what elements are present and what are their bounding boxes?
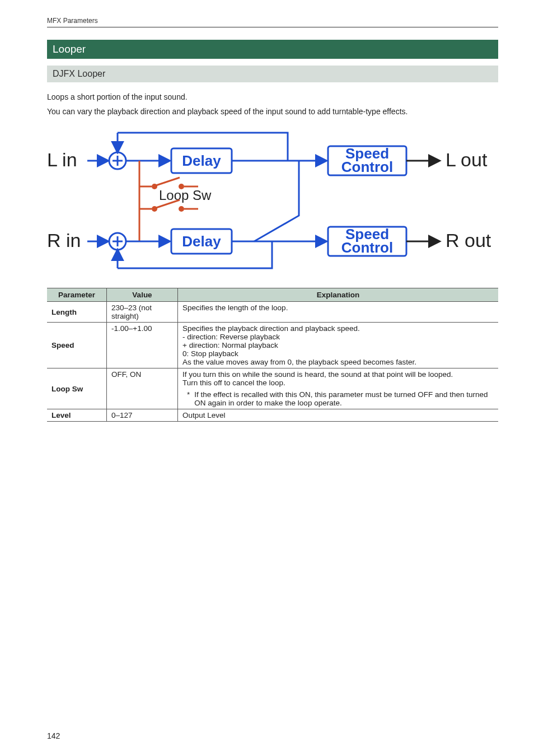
param-name-speed: Speed bbox=[47, 323, 107, 368]
speed-exp-line: - direction: Reverse playback bbox=[182, 333, 494, 341]
param-explanation-length: Specifies the length of the loop. bbox=[178, 302, 499, 323]
param-name-loopsw: Loop Sw bbox=[47, 368, 107, 409]
table-row: Level 0–127 Output Level bbox=[47, 409, 498, 422]
signal-flow-diagram: L in Delay Speed Control L out Loop Sw R… bbox=[47, 126, 498, 273]
param-value-length: 230–23 (not straight) bbox=[107, 302, 178, 323]
diagram-label-r-out: R out bbox=[446, 230, 491, 251]
table-row: Loop Sw OFF, ON If you turn this on whil… bbox=[47, 368, 498, 409]
param-value-level: 0–127 bbox=[107, 409, 178, 422]
page-number: 142 bbox=[47, 731, 60, 740]
param-name-level: Level bbox=[47, 409, 107, 422]
asterisk-icon: * bbox=[187, 390, 190, 407]
table-row: Length 230–23 (not straight) Specifies t… bbox=[47, 302, 498, 323]
diagram-label-l-in: L in bbox=[47, 149, 77, 170]
subsection-title-bar: DJFX Looper bbox=[47, 66, 498, 82]
param-value-loopsw: OFF, ON bbox=[107, 368, 178, 409]
diagram-label-r-in: R in bbox=[47, 230, 81, 251]
section-title-bar: Looper bbox=[47, 40, 498, 59]
speed-exp-line: 0: Stop playback bbox=[182, 349, 494, 358]
loopsw-exp-line: If you turn this on while the sound is h… bbox=[182, 370, 494, 379]
diagram-box-delay-r: Delay bbox=[182, 233, 221, 250]
diagram-label-l-out: L out bbox=[446, 149, 488, 170]
param-explanation-loopsw: If you turn this on while the sound is h… bbox=[178, 368, 499, 409]
svg-point-18 bbox=[179, 206, 184, 212]
diagram-label-loop-sw: Loop Sw bbox=[159, 188, 212, 203]
speed-exp-line: + direction: Normal playback bbox=[182, 341, 494, 349]
table-header-explanation: Explanation bbox=[178, 288, 499, 302]
table-header-value: Value bbox=[107, 288, 178, 302]
breadcrumb: MFX Parameters bbox=[47, 17, 498, 27]
diagram-box-speed-l-2: Control bbox=[341, 158, 393, 175]
svg-line-13 bbox=[156, 178, 180, 185]
param-name-length: Length bbox=[47, 302, 107, 323]
parameter-table: Parameter Value Explanation Length 230–2… bbox=[47, 288, 498, 422]
intro-paragraph-2: You can vary the playback direction and … bbox=[47, 107, 498, 116]
table-row: Speed -1.00–+1.00 Specifies the playback… bbox=[47, 323, 498, 368]
diagram-box-speed-r-2: Control bbox=[341, 239, 393, 256]
diagram-box-delay-l: Delay bbox=[182, 152, 221, 169]
loopsw-exp-line: Turn this off to cancel the loop. bbox=[182, 379, 494, 387]
intro-paragraph-1: Loops a short portion of the input sound… bbox=[47, 92, 498, 101]
param-explanation-speed: Specifies the playback direction and pla… bbox=[178, 323, 499, 368]
param-value-speed: -1.00–+1.00 bbox=[107, 323, 178, 368]
loopsw-note-text: If the effect is recalled with this ON, … bbox=[194, 390, 494, 407]
speed-exp-line: Specifies the playback direction and pla… bbox=[182, 324, 494, 333]
table-header-parameter: Parameter bbox=[47, 288, 107, 302]
loopsw-note: * If the effect is recalled with this ON… bbox=[182, 390, 494, 407]
speed-exp-line: As the value moves away from 0, the play… bbox=[182, 358, 494, 366]
param-explanation-level: Output Level bbox=[178, 409, 499, 422]
